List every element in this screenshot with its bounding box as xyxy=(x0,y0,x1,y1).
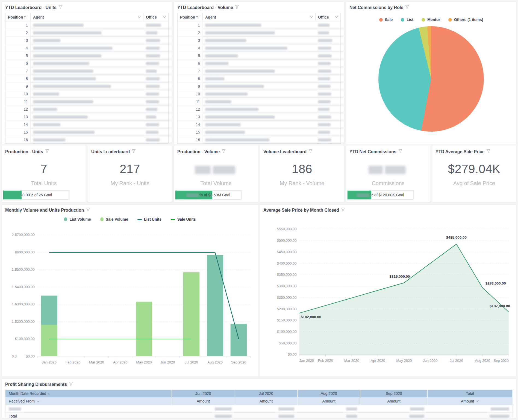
combo-legend-item[interactable]: List Volume xyxy=(64,217,91,221)
office-column-header[interactable]: Office xyxy=(316,13,341,21)
table-row[interactable]: 5 xyxy=(178,52,341,60)
month-column-header[interactable]: Jul 2020 xyxy=(235,390,298,397)
table-row[interactable]: 16 xyxy=(178,136,341,144)
sort-ascending-icon[interactable] xyxy=(24,15,28,19)
table-row[interactable]: 12 xyxy=(5,105,169,113)
table-row[interactable]: 4 xyxy=(178,44,341,52)
table-row[interactable]: 3 xyxy=(5,37,169,44)
filter-funnel-icon[interactable] xyxy=(405,5,409,10)
month-date-recorded-header[interactable]: Month Date Recorded› xyxy=(5,390,172,397)
filter-funnel-icon[interactable] xyxy=(308,149,313,155)
filter-funnel-icon[interactable] xyxy=(69,382,73,387)
table-row[interactable]: 16 xyxy=(5,136,169,144)
filter-funnel-icon[interactable] xyxy=(86,208,90,213)
table-row[interactable]: 7 xyxy=(178,67,341,75)
table-row[interactable]: 9 xyxy=(178,82,341,90)
pie-legend-item[interactable]: Sale xyxy=(379,17,393,22)
amount-column-header[interactable]: Amount xyxy=(235,397,298,405)
month-column-header[interactable]: Sep 2020 xyxy=(360,390,428,397)
amount-column-header[interactable]: Amount xyxy=(360,397,428,405)
agent-column-header[interactable]: Agent xyxy=(31,13,143,21)
redacted-office-name xyxy=(146,39,160,42)
avg-sale-price-title: Average Sale Price by Month Closed xyxy=(263,207,513,213)
pie-legend-item[interactable]: List xyxy=(401,17,413,22)
table-row[interactable]: 11 xyxy=(178,98,341,105)
table-row[interactable]: 12 xyxy=(178,105,341,113)
table-row[interactable]: 8 xyxy=(178,75,341,82)
filter-funnel-icon[interactable] xyxy=(45,149,49,155)
filter-funnel-icon[interactable] xyxy=(398,149,402,155)
filter-funnel-icon[interactable] xyxy=(341,208,345,213)
chevron-down-icon[interactable] xyxy=(37,400,40,402)
chevron-down-icon[interactable] xyxy=(476,400,479,402)
chevron-down-icon[interactable] xyxy=(138,16,141,18)
sort-ascending-icon[interactable] xyxy=(196,15,200,19)
amount-column-header[interactable]: Amount xyxy=(428,397,513,405)
month-column-header[interactable]: Total xyxy=(428,390,513,397)
table-row[interactable]: 15 xyxy=(178,128,341,136)
table-row[interactable]: 2 xyxy=(178,29,341,37)
ytd-leaderboard-volume-card: YTD Leaderboard - Volume PositionAgentOf… xyxy=(174,2,344,144)
table-row[interactable]: 3 xyxy=(178,37,341,44)
filter-funnel-icon[interactable] xyxy=(132,149,136,155)
table-row[interactable]: 13 xyxy=(178,113,341,121)
volume-axis-tick: $200,000.00 xyxy=(15,320,35,324)
pie-legend-item[interactable]: Mentor xyxy=(422,17,440,22)
chevron-down-icon[interactable] xyxy=(310,16,313,18)
expand-arrow-icon[interactable]: › xyxy=(48,392,50,396)
pie-legend-item[interactable]: Others (1 items) xyxy=(448,17,483,22)
table-row[interactable]: 5 xyxy=(5,52,169,60)
chevron-down-icon[interactable] xyxy=(163,16,166,18)
table-row[interactable]: 1 xyxy=(5,21,169,29)
card-title-text: YTD Net Commissions xyxy=(349,149,396,155)
legend-label: Sale xyxy=(385,17,393,22)
monthly-volume-units-chart[interactable]: $0.000.8$100,000.001$200,000.001.2$300,0… xyxy=(5,224,255,373)
list-volume-bar[interactable] xyxy=(41,296,57,325)
received-from-header[interactable]: Received From xyxy=(5,397,172,405)
table-row[interactable]: 15 xyxy=(5,128,169,136)
table-row[interactable]: 14 xyxy=(178,121,341,128)
legend-label: Sale Units xyxy=(177,217,196,221)
list-volume-bar[interactable] xyxy=(231,324,247,356)
amount-column-header[interactable]: Amount xyxy=(298,397,360,405)
amount-column-header[interactable]: Amount xyxy=(172,397,235,405)
office-column-header[interactable]: Office xyxy=(143,13,169,21)
table-row[interactable]: 9 xyxy=(5,82,169,90)
table-row[interactable]: 2 xyxy=(5,29,169,37)
list-volume-bar[interactable] xyxy=(207,255,223,356)
month-column-header[interactable]: Jun 2020 xyxy=(172,390,235,397)
table-row[interactable]: 13 xyxy=(5,113,169,121)
table-row[interactable]: 7 xyxy=(5,67,169,75)
chevron-down-icon[interactable] xyxy=(335,16,338,18)
table-row[interactable]: 6 xyxy=(178,60,341,67)
avg-sale-price-chart[interactable]: $0.00$50,000.00$100,000.00$150,000.00$20… xyxy=(263,214,513,372)
month-column-header[interactable]: Aug 2020 xyxy=(298,390,360,397)
table-row[interactable]: 14 xyxy=(5,121,169,128)
redacted-kpi-value xyxy=(195,166,211,174)
table-row[interactable]: 6 xyxy=(5,60,169,67)
sale-volume-bar[interactable] xyxy=(41,325,57,356)
table-row[interactable]: 8 xyxy=(5,75,169,82)
redacted-value xyxy=(278,407,294,410)
agent-cell-redacted xyxy=(203,67,316,75)
filter-funnel-icon[interactable] xyxy=(486,149,490,155)
filter-funnel-icon[interactable] xyxy=(222,149,226,155)
combo-legend-item[interactable]: List Units xyxy=(137,217,161,221)
combo-legend-item[interactable]: Sale Volume xyxy=(100,217,128,221)
table-row[interactable]: 11 xyxy=(5,98,169,105)
net-commissions-pie-chart[interactable] xyxy=(378,26,484,132)
position-column-header[interactable]: Position xyxy=(178,13,203,21)
combo-legend-item[interactable]: Sale Units xyxy=(171,217,196,221)
table-row[interactable]: 10 xyxy=(5,90,169,98)
filter-funnel-icon[interactable] xyxy=(58,5,63,10)
table-row[interactable]: 10 xyxy=(178,90,341,98)
profit-data-row[interactable] xyxy=(5,405,513,412)
kpi-label: My Rank - Units xyxy=(91,180,169,187)
position-column-header[interactable]: Position xyxy=(5,13,31,21)
agent-column-header[interactable]: Agent xyxy=(203,13,316,21)
table-row[interactable]: 1 xyxy=(178,21,341,29)
sale-volume-bar[interactable] xyxy=(183,272,199,356)
table-row[interactable]: 4 xyxy=(5,44,169,52)
sale-volume-bar[interactable] xyxy=(136,302,152,356)
filter-funnel-icon[interactable] xyxy=(235,5,239,10)
